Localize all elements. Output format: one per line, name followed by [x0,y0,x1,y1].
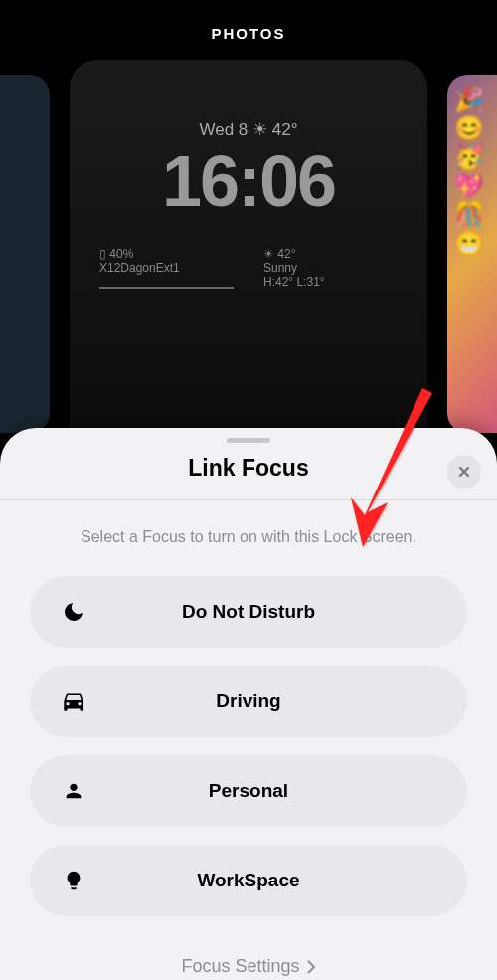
focus-driving[interactable]: Driving [30,666,467,737]
sheet-subtitle: Select a Focus to turn on with this Lock… [0,500,497,576]
focus-settings-link[interactable]: Focus Settings [0,956,497,977]
sheet-header: Link Focus [0,443,497,500]
close-button[interactable] [447,455,481,489]
weather-range: H:42° L:31° [263,275,398,289]
close-icon [456,464,472,480]
focus-workspace[interactable]: WorkSpace [30,845,467,916]
battery-percent: ▯ 40% [99,247,234,261]
wallpaper-preview-next[interactable] [447,75,497,433]
footer-link-text: Focus Settings [181,956,299,977]
weather-widget: ☀ 42° Sunny H:42° L:31° [263,247,398,289]
chevron-right-icon [306,960,316,974]
wallpaper-preview-prev[interactable] [0,75,50,433]
focus-do-not-disturb[interactable]: Do Not Disturb [30,576,467,648]
weather-temp: ☀ 42° [263,247,398,261]
link-focus-sheet: Link Focus Select a Focus to turn on wit… [0,428,497,980]
weather-desc: Sunny [263,261,398,275]
focus-list: Do Not Disturb Driving Personal WorkSpac… [0,576,497,916]
focus-personal[interactable]: Personal [30,755,467,827]
focus-label: WorkSpace [60,870,437,891]
lockscreen-date: Wed 8 ☀ 42° [89,119,408,140]
wallpaper-preview-current[interactable]: Wed 8 ☀ 42° 16:06 ▯ 40% X12DagonExt1 ☀ 4… [70,60,427,428]
lockscreen-gallery-area: PHOTOS Wed 8 ☀ 42° 16:06 ▯ 40% X12DagonE… [0,0,497,428]
focus-label: Driving [60,690,437,712]
focus-label: Do Not Disturb [60,601,437,623]
lockscreen-time: 16:06 [89,145,408,217]
battery-device: X12DagonExt1 [99,261,234,275]
focus-label: Personal [60,780,437,802]
battery-widget: ▯ 40% X12DagonExt1 [99,247,234,289]
sheet-title: Link Focus [20,455,477,482]
gallery-title: PHOTOS [0,0,497,42]
lockscreen-widgets: ▯ 40% X12DagonExt1 ☀ 42° Sunny H:42° L:3… [89,247,408,289]
